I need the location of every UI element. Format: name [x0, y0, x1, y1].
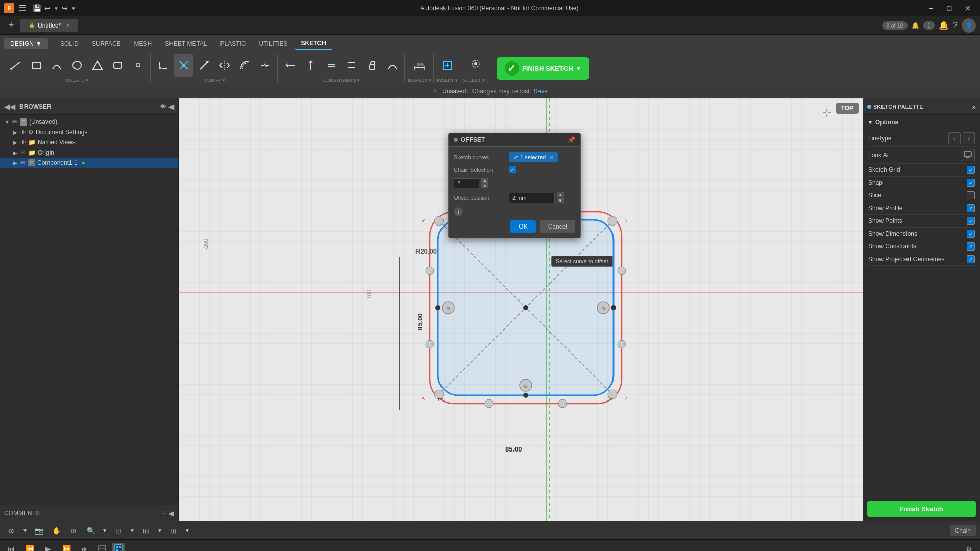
rectangle-tool[interactable]	[27, 54, 46, 77]
mode-utilities[interactable]: UTILITIES	[253, 38, 294, 49]
arc-tool[interactable]	[47, 54, 66, 77]
eye-icon-origin[interactable]: 👁	[20, 149, 26, 156]
settings-btn[interactable]: ⚙	[962, 542, 976, 552]
extend-tool[interactable]	[194, 54, 214, 77]
undo-dropdown[interactable]: ▼	[54, 6, 59, 11]
maximize-button[interactable]: □	[941, 0, 958, 16]
alert-icon[interactable]: 🔔	[939, 20, 949, 30]
dimension-tool[interactable]: DIM	[410, 54, 429, 77]
hamburger-icon[interactable]: ☰	[18, 3, 27, 14]
line-tool[interactable]	[6, 54, 26, 77]
redo-dropdown[interactable]: ▼	[71, 6, 76, 11]
circle-tool[interactable]	[67, 54, 87, 77]
capture-design-btn[interactable]: 📷	[32, 523, 46, 538]
finish-sketch-palette-button[interactable]: Finish Sketch	[867, 501, 976, 517]
orientation-cube[interactable]: ⊹	[817, 103, 837, 123]
count-up-btn[interactable]: ▲	[481, 178, 488, 183]
tl-end[interactable]: ⏭	[78, 542, 92, 552]
mode-mesh[interactable]: MESH	[128, 38, 158, 49]
zoom-btn[interactable]: 🔍	[84, 523, 98, 538]
browser-collapse-left[interactable]: ◀◀	[4, 103, 15, 111]
sketch-palette-expand[interactable]: »	[972, 103, 976, 111]
pan-btn[interactable]: ✋	[49, 523, 63, 538]
sketch-grid-check[interactable]: ✓	[967, 166, 975, 174]
linetype-left-btn[interactable]: ‹	[948, 132, 961, 144]
fit-dropdown[interactable]: ▼	[129, 523, 136, 538]
equal-constraint[interactable]	[322, 54, 341, 77]
fillet-tool[interactable]	[154, 54, 173, 77]
count-input[interactable]	[454, 178, 479, 188]
tab-close-icon[interactable]: ✕	[66, 22, 70, 28]
zoom-dropdown[interactable]: ▼	[101, 523, 108, 538]
triangle-tool[interactable]	[88, 54, 107, 77]
rounded-rect-tool[interactable]	[108, 54, 128, 77]
browser-eye-icon[interactable]: 👁	[160, 103, 166, 110]
save-button[interactable]: Save	[534, 88, 548, 95]
show-points-check[interactable]: ✓	[967, 217, 975, 225]
tl-back-start[interactable]: ⏮	[4, 542, 18, 552]
offset-value-input[interactable]	[509, 193, 555, 203]
eye-icon-component[interactable]: 👁	[20, 160, 26, 166]
tree-item-unsaved[interactable]: ▼ 👁 □ (Unsaved)	[0, 117, 178, 127]
grid-dropdown[interactable]: ▼	[184, 523, 191, 538]
tree-item-origin[interactable]: ▶ 👁 📁 Origin	[0, 147, 178, 158]
offset-down-btn[interactable]: ▼	[557, 198, 564, 203]
options-arrow[interactable]: ▼	[867, 119, 873, 126]
mode-sketch[interactable]: SKETCH	[295, 38, 332, 50]
select-filter-btn[interactable]: ⊕	[4, 523, 18, 538]
eye-icon-views[interactable]: 👁	[20, 139, 26, 145]
browser-resize-handle[interactable]: ◀	[168, 509, 174, 517]
chain-checkbox[interactable]: ✓	[509, 166, 516, 173]
parallel-constraint[interactable]	[342, 54, 361, 77]
grid-btn[interactable]: ⊞	[166, 523, 181, 538]
view-mode-btn[interactable]: ⊞	[139, 523, 153, 538]
vertical-constraint[interactable]	[301, 54, 321, 77]
help-icon[interactable]: ?	[953, 21, 958, 30]
active-tab[interactable]: 🔒 Untitled* ✕	[20, 19, 78, 32]
trim-tool[interactable]	[174, 54, 193, 77]
new-tab-button[interactable]: +	[4, 18, 18, 33]
mode-solid[interactable]: SOLID	[54, 38, 85, 49]
linetype-right-btn[interactable]: ›	[963, 132, 975, 144]
snap-check[interactable]: ✓	[967, 179, 975, 187]
show-constraints-check[interactable]: ✓	[967, 242, 975, 251]
look-at-icon-btn[interactable]	[961, 149, 975, 161]
tl-back-step[interactable]: ⏪	[22, 542, 37, 552]
break-tool[interactable]	[256, 54, 275, 77]
browser-collapse-right[interactable]: ◀	[168, 103, 174, 111]
offset-up-btn[interactable]: ▲	[557, 192, 564, 197]
tl-icon-2[interactable]	[112, 543, 125, 552]
save-icon[interactable]: 💾	[33, 4, 41, 12]
close-button[interactable]: ✕	[960, 0, 976, 16]
selected-badge[interactable]: ↗ 1 selected ✕	[509, 152, 558, 162]
tangent-constraint[interactable]	[383, 54, 402, 77]
comments-bar[interactable]: COMMENTS + ◀	[0, 505, 178, 521]
minimize-button[interactable]: −	[923, 0, 939, 16]
offset-pin-icon[interactable]: 📌	[568, 136, 575, 143]
design-mode-button[interactable]: DESIGN ▼	[4, 38, 48, 49]
eye-icon-unsaved[interactable]: 👁	[12, 119, 18, 125]
show-dimensions-check[interactable]: ✓	[967, 230, 975, 238]
eye-icon-doc[interactable]: 👁	[20, 129, 26, 135]
notification-icon[interactable]: 🔔	[912, 22, 919, 29]
select-tool[interactable]	[464, 54, 484, 77]
view-dropdown[interactable]: ▼	[156, 523, 163, 538]
info-button[interactable]: ℹ	[454, 207, 463, 216]
cancel-button[interactable]: Cancel	[540, 220, 575, 233]
tl-icon-1[interactable]	[96, 543, 108, 552]
count-down-btn[interactable]: ▼	[481, 183, 488, 188]
ok-button[interactable]: OK	[510, 220, 535, 233]
lock-constraint[interactable]	[362, 54, 382, 77]
tree-item-named-views[interactable]: ▶ 👁 📁 Named Views	[0, 137, 178, 147]
add-comment-icon[interactable]: +	[162, 509, 166, 518]
show-projected-check[interactable]: ✓	[967, 255, 975, 263]
show-profile-check[interactable]: ✓	[967, 204, 975, 212]
insert-tool[interactable]	[437, 54, 457, 77]
horizontal-constraint[interactable]	[281, 54, 300, 77]
toolbar-quick-save[interactable]: 💾 ↩ ▼ ↪ ▼	[33, 4, 76, 12]
slice-check[interactable]	[967, 191, 975, 199]
point-tool[interactable]	[129, 54, 148, 77]
finish-sketch-button[interactable]: ✓ FINISH SKETCH ▼	[497, 57, 590, 80]
redo-icon[interactable]: ↪	[62, 4, 68, 12]
offset-tool[interactable]	[235, 54, 255, 77]
